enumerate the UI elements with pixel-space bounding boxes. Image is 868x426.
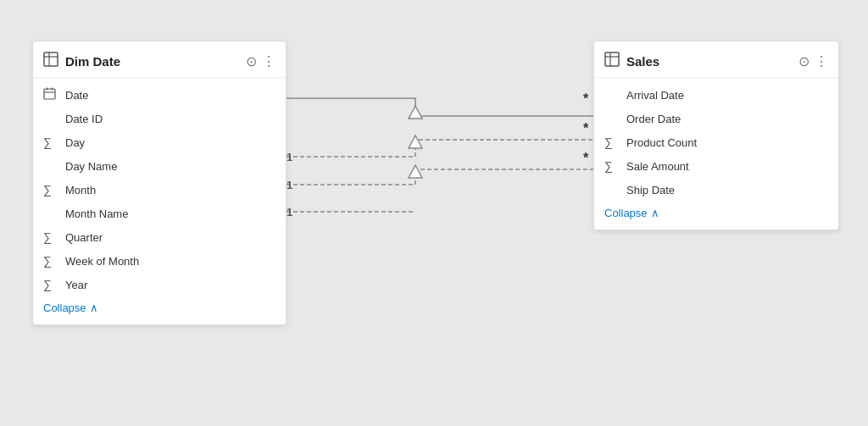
sigma-icon-year: ∑: [43, 278, 60, 291]
diagram-canvas: Dim Date ⊙ ⋮ Date Date ID: [0, 0, 868, 426]
svg-rect-0: [44, 53, 58, 66]
svg-rect-7: [605, 53, 619, 66]
connector-label-1c: 1: [287, 206, 292, 219]
table-icon: [43, 52, 58, 70]
connector-star-a: *: [583, 91, 588, 107]
field-date-label: Date: [65, 89, 88, 102]
svg-rect-3: [44, 89, 55, 99]
field-date-id: Date ID: [33, 107, 286, 130]
field-product-count: ∑ Product Count: [594, 130, 838, 154]
calendar-icon: [43, 87, 60, 102]
field-month-name: Month Name: [33, 202, 286, 225]
dim-date-header: Dim Date ⊙ ⋮: [33, 41, 286, 78]
sigma-icon-month: ∑: [43, 183, 60, 196]
field-year-label: Year: [65, 279, 87, 291]
connector-star-c: *: [583, 151, 588, 166]
field-year: ∑ Year: [33, 273, 286, 296]
field-sale-amount: ∑ Sale Amount: [594, 154, 838, 178]
sigma-icon-sale: ∑: [604, 159, 621, 173]
field-quarter: ∑ Quarter: [33, 225, 286, 249]
field-day-name-label: Day Name: [65, 160, 117, 173]
field-month-name-label: Month Name: [65, 207, 128, 220]
field-date-id-label: Date ID: [65, 113, 103, 125]
dim-date-more-icon[interactable]: ⋮: [262, 53, 275, 69]
svg-marker-12: [409, 165, 422, 178]
svg-marker-11: [409, 136, 422, 148]
dim-date-collapse[interactable]: Collapse ∧: [33, 296, 286, 318]
field-day: ∑ Day: [33, 130, 286, 154]
dim-date-actions: ⊙ ⋮: [246, 53, 275, 69]
field-day-name: Day Name: [33, 154, 286, 178]
dim-date-title: Dim Date: [65, 54, 246, 69]
collapse-label: Collapse: [43, 302, 86, 314]
sales-table-icon: [604, 52, 620, 70]
connector-star-b: *: [583, 121, 588, 136]
field-ship-date-label: Ship Date: [626, 184, 675, 196]
field-product-count-label: Product Count: [626, 136, 697, 149]
svg-marker-10: [409, 106, 422, 119]
connector-label-1a: 1: [287, 151, 292, 163]
field-order-date: Order Date: [594, 107, 838, 130]
field-week-of-month: ∑ Week of Month: [33, 249, 286, 273]
field-arrival-date: Arrival Date: [594, 83, 838, 107]
field-ship-date: Ship Date: [594, 178, 838, 202]
sales-collapse-label: Collapse: [604, 207, 648, 219]
field-order-date-label: Order Date: [626, 113, 681, 125]
field-sale-amount-label: Sale Amount: [626, 160, 689, 173]
sigma-icon-product: ∑: [604, 136, 621, 149]
sales-header: Sales ⊙ ⋮: [594, 41, 838, 78]
field-date: Date: [33, 83, 286, 107]
field-month-label: Month: [65, 184, 96, 196]
dim-date-card: Dim Date ⊙ ⋮ Date Date ID: [32, 41, 287, 325]
connector-label-1b: 1: [287, 179, 292, 191]
sigma-icon-week: ∑: [43, 254, 60, 268]
sales-card: Sales ⊙ ⋮ Arrival Date Order Date ∑ Prod…: [593, 41, 839, 230]
field-month: ∑ Month: [33, 178, 286, 202]
sales-actions: ⊙ ⋮: [798, 53, 828, 69]
sales-eye-icon[interactable]: ⊙: [798, 53, 810, 69]
sales-collapse[interactable]: Collapse ∧: [594, 202, 838, 223]
sigma-icon-day: ∑: [43, 136, 60, 149]
sales-more-icon[interactable]: ⋮: [815, 53, 828, 69]
sales-collapse-chevron-icon: ∧: [651, 207, 659, 219]
field-week-of-month-label: Week of Month: [65, 255, 139, 268]
sales-title: Sales: [626, 54, 798, 69]
field-day-label: Day: [65, 136, 85, 149]
sigma-icon-quarter: ∑: [43, 230, 60, 244]
field-arrival-date-label: Arrival Date: [626, 89, 684, 102]
collapse-chevron-icon: ∧: [90, 302, 98, 314]
dim-date-eye-icon[interactable]: ⊙: [246, 53, 257, 69]
field-quarter-label: Quarter: [65, 231, 103, 244]
